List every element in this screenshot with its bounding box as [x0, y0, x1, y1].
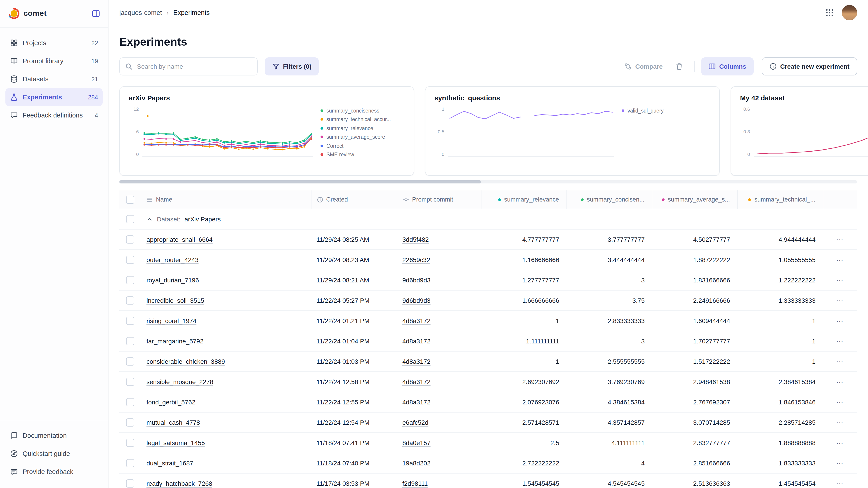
row-menu-button[interactable]: ⋯ [836, 256, 844, 264]
row-menu-button[interactable]: ⋯ [836, 398, 844, 406]
chart-card-my-42-dataset[interactable]: My 42 dataset 0.60.30 [731, 86, 868, 176]
row-checkbox[interactable] [126, 398, 134, 406]
row-checkbox[interactable] [126, 317, 134, 325]
experiment-name-link[interactable]: rising_coral_1974 [147, 317, 196, 324]
prompt-commit-link[interactable]: 19a8d202 [402, 459, 431, 467]
prompt-commit-link[interactable]: 4d8a3172 [402, 398, 431, 406]
column-header-created[interactable]: Created [311, 190, 397, 209]
column-header-summary-technical-accuracy[interactable]: summary_technical_... [737, 190, 823, 209]
row-menu-button[interactable]: ⋯ [836, 439, 844, 447]
avatar[interactable] [842, 5, 857, 20]
prompt-commit-link[interactable]: 8da0e157 [402, 439, 431, 447]
legend-item[interactable]: Correct [320, 141, 405, 150]
row-menu-button[interactable]: ⋯ [836, 358, 844, 365]
legend-item[interactable]: SME review [320, 150, 405, 159]
metric-cell-average-score: 1.887222222 [652, 250, 737, 270]
sidebar-item-datasets[interactable]: Datasets 21 [5, 70, 103, 88]
column-header-summary-relevance[interactable]: summary_relevance [481, 190, 566, 209]
experiment-name-link[interactable]: fond_gerbil_5762 [147, 398, 195, 406]
sidebar-item-prompt-library[interactable]: Prompt library 19 [5, 52, 103, 70]
row-checkbox[interactable] [126, 378, 134, 386]
experiment-name-link[interactable]: outer_router_4243 [147, 256, 198, 263]
sidebar-toggle-icon[interactable] [92, 9, 100, 18]
prompt-commit-link[interactable]: 4d8a3172 [402, 317, 431, 324]
chart-card-synthetic-questions[interactable]: synthetic_questions 10.50 valid_sql_quer… [425, 86, 720, 176]
metric-cell-average-score: 2.249166666 [652, 290, 737, 311]
row-menu-button[interactable]: ⋯ [836, 378, 844, 386]
experiment-name-link[interactable]: royal_durian_7196 [147, 276, 199, 284]
row-checkbox[interactable] [126, 235, 134, 243]
prompt-commit-link[interactable]: 4d8a3172 [402, 337, 431, 345]
row-checkbox[interactable] [126, 480, 134, 488]
breadcrumb-workspace[interactable]: jacques-comet [119, 9, 162, 16]
prompt-commit-link[interactable]: e6afc52d [402, 419, 428, 426]
sidebar-item-provide-feedback[interactable]: Provide feedback [5, 463, 103, 481]
delete-button[interactable] [671, 57, 688, 75]
prompt-commit-link[interactable]: f2d98111 [402, 480, 428, 487]
legend-item[interactable]: valid_sql_query [622, 106, 710, 115]
legend-item[interactable]: summary_conciseness [320, 106, 405, 115]
prompt-library-icon [10, 57, 18, 65]
row-checkbox[interactable] [126, 357, 134, 365]
experiment-name-link[interactable]: dual_strait_1687 [147, 459, 193, 467]
row-menu-button[interactable]: ⋯ [836, 276, 844, 284]
sidebar-item-documentation[interactable]: Documentation [5, 427, 103, 445]
column-header-summary-conciseness[interactable]: summary_concisen... [566, 190, 652, 209]
dataset-link[interactable]: arXiv Papers [184, 216, 221, 223]
create-new-experiment-button[interactable]: Create new experiment [762, 57, 857, 75]
experiment-name-link[interactable]: mutual_cash_4778 [147, 419, 200, 426]
prompt-commit-link[interactable]: 4d8a3172 [402, 358, 431, 365]
prompt-commit-link[interactable]: 22659c32 [402, 256, 430, 263]
row-checkbox[interactable] [126, 337, 134, 345]
row-checkbox[interactable] [126, 276, 134, 284]
legend-item[interactable]: summary_average_score [320, 133, 405, 141]
chevron-up-icon[interactable] [147, 216, 153, 222]
compare-button[interactable]: Compare [619, 57, 668, 75]
sidebar-item-label: Prompt library [23, 57, 64, 65]
columns-button[interactable]: Columns [701, 57, 754, 75]
experiment-name-link[interactable]: legal_satsuma_1455 [147, 439, 205, 447]
sidebar-item-experiments[interactable]: Experiments 284 [5, 88, 103, 106]
metric-cell-relevance: 1 [481, 311, 566, 331]
row-checkbox[interactable] [126, 296, 134, 304]
prompt-commit-link[interactable]: 3dd5f482 [402, 236, 429, 243]
filters-button[interactable]: Filters (0) [265, 57, 319, 75]
column-header-summary-average-score[interactable]: summary_average_s... [652, 190, 737, 209]
prompt-commit-link[interactable]: 9d6bd9d3 [402, 297, 431, 304]
row-menu-button[interactable]: ⋯ [836, 297, 844, 304]
row-checkbox[interactable] [126, 459, 134, 467]
cards-scrollbar-thumb[interactable] [119, 180, 481, 184]
experiment-name-link[interactable]: ready_hatchback_7268 [147, 480, 212, 487]
row-menu-button[interactable]: ⋯ [836, 459, 844, 467]
legend-item[interactable]: summary_technical_accur... [320, 115, 405, 124]
sidebar-item-projects[interactable]: Projects 22 [5, 34, 103, 52]
row-menu-button[interactable]: ⋯ [836, 419, 844, 426]
prompt-commit-link[interactable]: 9d6bd9d3 [402, 276, 431, 284]
experiment-name-link[interactable]: incredible_soil_3515 [147, 297, 204, 304]
column-header-name[interactable]: Name [141, 190, 311, 209]
row-menu-button[interactable]: ⋯ [836, 236, 844, 243]
prompt-commit-link[interactable]: 4d8a3172 [402, 378, 431, 385]
select-all-checkbox[interactable] [126, 195, 134, 203]
experiment-name-link[interactable]: considerable_chicken_3889 [147, 358, 225, 365]
comet-logo[interactable]: comet [8, 8, 46, 20]
legend-item[interactable]: summary_relevance [320, 124, 405, 133]
experiment-name-link[interactable]: sensible_mosque_2278 [147, 378, 213, 385]
row-checkbox[interactable] [126, 418, 134, 427]
group-checkbox[interactable] [126, 215, 134, 223]
experiment-name-link[interactable]: far_margarine_5792 [147, 337, 204, 345]
experiment-name-link[interactable]: appropriate_snail_6664 [147, 236, 213, 243]
chart-card-arxiv-papers[interactable]: arXiv Papers 1260 summary_concisenesssum… [119, 86, 414, 176]
row-menu-button[interactable]: ⋯ [836, 337, 844, 345]
row-checkbox[interactable] [126, 439, 134, 447]
apps-grid-icon[interactable] [826, 8, 834, 17]
search-input[interactable] [136, 62, 252, 70]
row-menu-button[interactable]: ⋯ [836, 317, 844, 325]
row-menu-button[interactable]: ⋯ [836, 480, 844, 487]
created-cell: 11/22/24 12:54 PM [311, 412, 397, 433]
column-header-prompt-commit[interactable]: Prompt commit [397, 190, 481, 209]
sidebar-item-feedback-definitions[interactable]: Feedback definitions 4 [5, 106, 103, 124]
row-checkbox[interactable] [126, 256, 134, 264]
sidebar-item-quickstart-guide[interactable]: Quickstart guide [5, 445, 103, 463]
metric-cell-technical-accuracy: 2.285714285 [737, 412, 823, 433]
